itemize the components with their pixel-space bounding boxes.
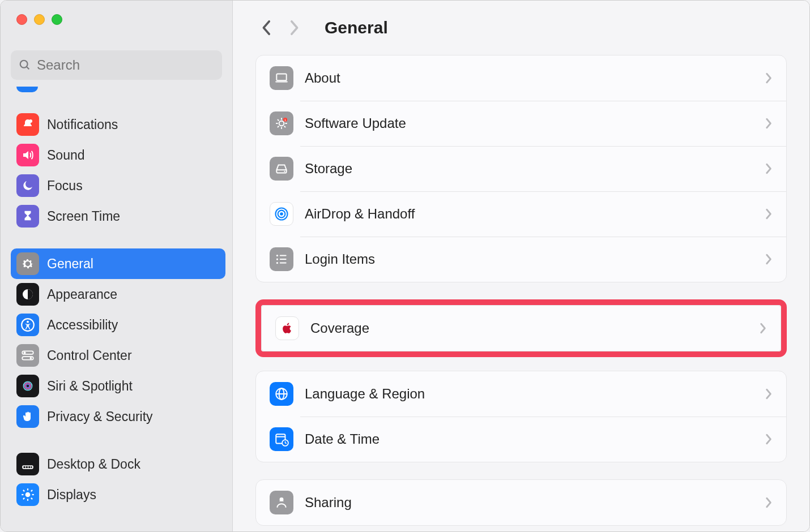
row-sharing[interactable]: Sharing xyxy=(256,480,786,525)
sidebar-item-focus[interactable]: Focus xyxy=(11,170,225,201)
svg-rect-15 xyxy=(23,466,25,468)
highlight-annotation: Coverage xyxy=(255,299,787,357)
sidebar-item-privacy-security[interactable]: Privacy & Security xyxy=(11,401,225,432)
zoom-window-button[interactable] xyxy=(52,14,62,25)
hourglass-icon xyxy=(16,205,39,228)
dock-icon xyxy=(16,453,39,475)
chevron-right-icon xyxy=(765,388,773,400)
forward-button[interactable] xyxy=(283,16,305,39)
row-language-region[interactable]: Language & Region xyxy=(256,371,786,417)
close-window-button[interactable] xyxy=(16,14,27,25)
sidebar: Notifications Sound Focus Screen Time xyxy=(1,1,233,531)
svg-point-9 xyxy=(29,357,32,359)
sidebar-item-label: Control Center xyxy=(47,348,132,363)
chevron-right-icon xyxy=(765,433,773,445)
chevron-right-icon xyxy=(765,496,773,509)
row-login-items[interactable]: Login Items xyxy=(256,237,786,282)
back-button[interactable] xyxy=(255,16,278,39)
svg-point-7 xyxy=(24,351,26,354)
sidebar-item-label: Appearance xyxy=(47,287,117,302)
sidebar-item-appearance[interactable]: Appearance xyxy=(11,279,225,310)
sidebar-item-label: Sound xyxy=(47,148,85,163)
sidebar-item-sound[interactable]: Sound xyxy=(11,140,225,170)
chevron-right-icon xyxy=(765,253,773,265)
sidebar-item-accessibility[interactable]: Accessibility xyxy=(11,310,225,340)
sidebar-item-siri-spotlight[interactable]: Siri & Spotlight xyxy=(11,371,225,401)
row-label: Coverage xyxy=(310,320,759,336)
appearance-icon xyxy=(16,283,39,306)
svg-rect-17 xyxy=(28,466,30,468)
sidebar-item-label: Focus xyxy=(47,178,83,194)
svg-point-43 xyxy=(280,212,283,216)
svg-line-25 xyxy=(31,498,32,499)
sidebar-item-general[interactable]: General xyxy=(11,248,225,279)
content: About 1 Software Update Storage xyxy=(233,55,809,531)
sidebar-item-label: Desktop & Dock xyxy=(47,457,140,472)
row-label: Sharing xyxy=(305,495,765,510)
row-label: Date & Time xyxy=(305,431,765,447)
row-software-update[interactable]: 1 Software Update xyxy=(256,101,786,146)
row-label: About xyxy=(305,70,765,86)
settings-group: About 1 Software Update Storage xyxy=(255,55,787,282)
row-coverage[interactable]: Coverage xyxy=(262,306,781,351)
sidebar-nav: Notifications Sound Focus Screen Time xyxy=(1,80,232,531)
minimize-window-button[interactable] xyxy=(34,14,45,25)
list-icon xyxy=(270,247,293,271)
moon-icon xyxy=(16,174,39,197)
calendar-clock-icon xyxy=(270,427,293,451)
svg-point-42 xyxy=(284,171,285,172)
sidebar-item-displays[interactable]: Displays xyxy=(11,479,225,510)
bell-badge-icon xyxy=(16,113,39,136)
page-title: General xyxy=(325,18,388,37)
sidebar-item-notifications[interactable]: Notifications xyxy=(11,109,225,140)
row-airdrop-handoff[interactable]: AirDrop & Handoff xyxy=(256,191,786,237)
row-label: Software Update xyxy=(305,115,765,131)
svg-point-19 xyxy=(25,492,31,497)
sidebar-item-desktop-dock[interactable]: Desktop & Dock xyxy=(11,449,225,479)
sidebar-item-label: Notifications xyxy=(47,117,118,132)
svg-line-27 xyxy=(31,490,32,491)
svg-point-5 xyxy=(27,321,29,323)
row-label: Storage xyxy=(305,161,765,177)
window-controls xyxy=(1,1,232,40)
sidebar-item-label: Privacy & Security xyxy=(47,409,153,424)
sidebar-item-label: General xyxy=(47,256,93,272)
search-input[interactable] xyxy=(31,57,214,73)
sidebar-item-control-center[interactable]: Control Center xyxy=(11,340,225,371)
gear-icon xyxy=(16,252,39,275)
svg-line-26 xyxy=(23,498,24,499)
sidebar-item-partial xyxy=(16,87,225,95)
svg-line-59 xyxy=(285,443,287,444)
apple-icon xyxy=(275,316,299,340)
sun-icon xyxy=(16,483,39,506)
sidebar-item-screen-time[interactable]: Screen Time xyxy=(11,201,225,231)
disk-icon xyxy=(270,157,293,181)
sharing-icon xyxy=(270,491,293,514)
svg-line-1 xyxy=(27,67,29,70)
accessibility-icon xyxy=(16,314,39,336)
svg-point-0 xyxy=(20,61,28,68)
hand-icon xyxy=(16,405,39,428)
sidebar-item-label: Accessibility xyxy=(47,318,118,333)
row-about[interactable]: About xyxy=(256,55,786,101)
laptop-icon xyxy=(270,66,293,90)
chevron-right-icon xyxy=(765,117,773,130)
svg-rect-51 xyxy=(280,262,287,263)
svg-rect-49 xyxy=(280,259,287,260)
row-label: AirDrop & Handoff xyxy=(305,206,765,222)
svg-rect-47 xyxy=(280,255,287,256)
svg-text:1: 1 xyxy=(284,118,286,122)
chevron-right-icon xyxy=(765,162,773,175)
svg-rect-28 xyxy=(276,74,286,80)
chevron-right-icon xyxy=(759,322,767,334)
svg-rect-29 xyxy=(275,81,288,82)
sidebar-item-label: Siri & Spotlight xyxy=(47,379,133,394)
row-date-time[interactable]: Date & Time xyxy=(256,417,786,462)
search-container xyxy=(1,40,232,80)
row-label: Login Items xyxy=(305,251,765,267)
settings-group: Sharing xyxy=(255,479,787,526)
search-field[interactable] xyxy=(11,50,222,80)
row-storage[interactable]: Storage xyxy=(256,146,786,191)
settings-group: Language & Region Date & Time xyxy=(255,371,787,462)
svg-point-50 xyxy=(276,262,278,264)
